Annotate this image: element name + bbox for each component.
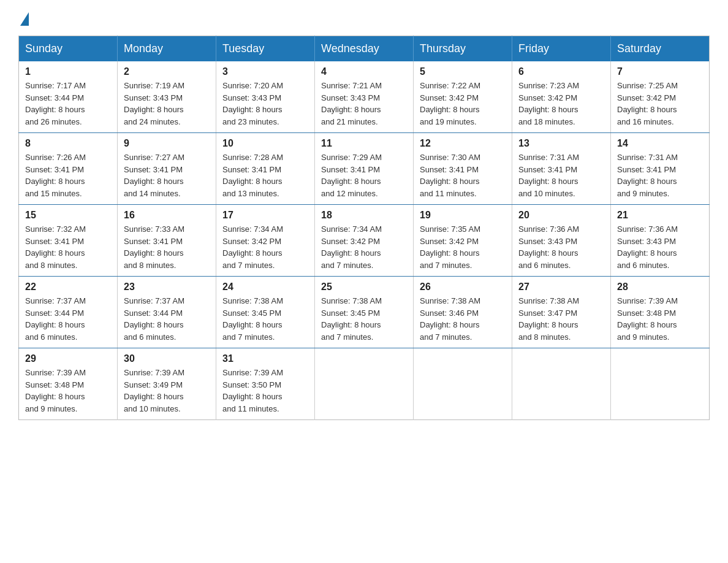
weekday-header-sunday: Sunday — [19, 36, 118, 62]
calendar-cell: 15Sunrise: 7:32 AMSunset: 3:41 PMDayligh… — [19, 205, 118, 277]
day-number: 6 — [518, 66, 604, 77]
day-info: Sunrise: 7:36 AMSunset: 3:43 PMDaylight:… — [518, 223, 604, 271]
day-number: 9 — [124, 138, 210, 149]
calendar-cell — [611, 348, 710, 420]
day-info: Sunrise: 7:39 AMSunset: 3:50 PMDaylight:… — [222, 367, 308, 415]
day-info: Sunrise: 7:21 AMSunset: 3:43 PMDaylight:… — [321, 80, 407, 128]
day-number: 14 — [617, 138, 703, 149]
day-number: 11 — [321, 138, 407, 149]
calendar-cell: 6Sunrise: 7:23 AMSunset: 3:42 PMDaylight… — [512, 61, 611, 133]
calendar-cell: 2Sunrise: 7:19 AMSunset: 3:43 PMDaylight… — [118, 61, 216, 133]
day-info: Sunrise: 7:39 AMSunset: 3:48 PMDaylight:… — [25, 367, 111, 415]
day-info: Sunrise: 7:38 AMSunset: 3:47 PMDaylight:… — [518, 295, 604, 343]
calendar-cell — [315, 348, 414, 420]
day-info: Sunrise: 7:34 AMSunset: 3:42 PMDaylight:… — [222, 223, 308, 271]
calendar-cell: 3Sunrise: 7:20 AMSunset: 3:43 PMDaylight… — [216, 61, 315, 133]
day-number: 4 — [321, 66, 407, 77]
calendar-cell: 30Sunrise: 7:39 AMSunset: 3:49 PMDayligh… — [118, 348, 216, 420]
day-number: 23 — [124, 282, 210, 293]
day-info: Sunrise: 7:23 AMSunset: 3:42 PMDaylight:… — [518, 80, 604, 128]
calendar-cell: 5Sunrise: 7:22 AMSunset: 3:42 PMDaylight… — [414, 61, 512, 133]
day-number: 17 — [222, 210, 308, 221]
day-info: Sunrise: 7:27 AMSunset: 3:41 PMDaylight:… — [124, 151, 210, 199]
day-info: Sunrise: 7:25 AMSunset: 3:42 PMDaylight:… — [617, 80, 703, 128]
calendar-cell: 25Sunrise: 7:38 AMSunset: 3:45 PMDayligh… — [315, 277, 414, 348]
day-number: 31 — [222, 353, 308, 364]
day-number: 26 — [420, 282, 506, 293]
weekday-header-thursday: Thursday — [414, 36, 512, 62]
day-info: Sunrise: 7:38 AMSunset: 3:45 PMDaylight:… — [222, 295, 308, 343]
day-number: 3 — [222, 66, 308, 77]
calendar-cell: 29Sunrise: 7:39 AMSunset: 3:48 PMDayligh… — [19, 348, 118, 420]
weekday-header-friday: Friday — [512, 36, 611, 62]
calendar-cell: 8Sunrise: 7:26 AMSunset: 3:41 PMDaylight… — [19, 133, 118, 205]
day-number: 24 — [222, 282, 308, 293]
calendar-cell: 16Sunrise: 7:33 AMSunset: 3:41 PMDayligh… — [118, 205, 216, 277]
calendar-week-row: 8Sunrise: 7:26 AMSunset: 3:41 PMDaylight… — [19, 133, 710, 205]
day-info: Sunrise: 7:36 AMSunset: 3:43 PMDaylight:… — [617, 223, 703, 271]
day-number: 18 — [321, 210, 407, 221]
calendar-week-row: 29Sunrise: 7:39 AMSunset: 3:48 PMDayligh… — [19, 348, 710, 420]
day-info: Sunrise: 7:19 AMSunset: 3:43 PMDaylight:… — [124, 80, 210, 128]
calendar-week-row: 15Sunrise: 7:32 AMSunset: 3:41 PMDayligh… — [19, 205, 710, 277]
calendar-cell: 27Sunrise: 7:38 AMSunset: 3:47 PMDayligh… — [512, 277, 611, 348]
calendar-cell: 10Sunrise: 7:28 AMSunset: 3:41 PMDayligh… — [216, 133, 315, 205]
calendar-cell: 4Sunrise: 7:21 AMSunset: 3:43 PMDaylight… — [315, 61, 414, 133]
calendar-cell — [512, 348, 611, 420]
calendar-cell: 14Sunrise: 7:31 AMSunset: 3:41 PMDayligh… — [611, 133, 710, 205]
calendar-cell: 20Sunrise: 7:36 AMSunset: 3:43 PMDayligh… — [512, 205, 611, 277]
calendar-week-row: 22Sunrise: 7:37 AMSunset: 3:44 PMDayligh… — [19, 277, 710, 348]
calendar-cell: 9Sunrise: 7:27 AMSunset: 3:41 PMDaylight… — [118, 133, 216, 205]
calendar-cell: 24Sunrise: 7:38 AMSunset: 3:45 PMDayligh… — [216, 277, 315, 348]
day-number: 29 — [25, 353, 111, 364]
day-info: Sunrise: 7:37 AMSunset: 3:44 PMDaylight:… — [25, 295, 111, 343]
day-info: Sunrise: 7:17 AMSunset: 3:44 PMDaylight:… — [25, 80, 111, 128]
day-info: Sunrise: 7:32 AMSunset: 3:41 PMDaylight:… — [25, 223, 111, 271]
weekday-header-row: SundayMondayTuesdayWednesdayThursdayFrid… — [19, 36, 710, 62]
weekday-header-tuesday: Tuesday — [216, 36, 315, 62]
weekday-header-monday: Monday — [118, 36, 216, 62]
page-header — [18, 12, 710, 23]
day-info: Sunrise: 7:31 AMSunset: 3:41 PMDaylight:… — [518, 151, 604, 199]
day-info: Sunrise: 7:26 AMSunset: 3:41 PMDaylight:… — [25, 151, 111, 199]
weekday-header-wednesday: Wednesday — [315, 36, 414, 62]
logo-triangle-icon — [20, 12, 29, 26]
day-info: Sunrise: 7:33 AMSunset: 3:41 PMDaylight:… — [124, 223, 210, 271]
day-number: 28 — [617, 282, 703, 293]
day-number: 20 — [518, 210, 604, 221]
day-number: 8 — [25, 138, 111, 149]
calendar-cell: 21Sunrise: 7:36 AMSunset: 3:43 PMDayligh… — [611, 205, 710, 277]
day-number: 7 — [617, 66, 703, 77]
day-number: 27 — [518, 282, 604, 293]
day-info: Sunrise: 7:22 AMSunset: 3:42 PMDaylight:… — [420, 80, 506, 128]
calendar-cell: 7Sunrise: 7:25 AMSunset: 3:42 PMDaylight… — [611, 61, 710, 133]
logo — [18, 12, 29, 23]
calendar-cell: 13Sunrise: 7:31 AMSunset: 3:41 PMDayligh… — [512, 133, 611, 205]
calendar-cell: 18Sunrise: 7:34 AMSunset: 3:42 PMDayligh… — [315, 205, 414, 277]
day-number: 5 — [420, 66, 506, 77]
day-number: 16 — [124, 210, 210, 221]
day-number: 21 — [617, 210, 703, 221]
day-number: 2 — [124, 66, 210, 77]
day-number: 22 — [25, 282, 111, 293]
day-info: Sunrise: 7:20 AMSunset: 3:43 PMDaylight:… — [222, 80, 308, 128]
calendar-cell: 28Sunrise: 7:39 AMSunset: 3:48 PMDayligh… — [611, 277, 710, 348]
calendar-cell: 11Sunrise: 7:29 AMSunset: 3:41 PMDayligh… — [315, 133, 414, 205]
day-info: Sunrise: 7:30 AMSunset: 3:41 PMDaylight:… — [420, 151, 506, 199]
day-info: Sunrise: 7:31 AMSunset: 3:41 PMDaylight:… — [617, 151, 703, 199]
calendar-cell: 26Sunrise: 7:38 AMSunset: 3:46 PMDayligh… — [414, 277, 512, 348]
weekday-header-saturday: Saturday — [611, 36, 710, 62]
calendar-cell: 23Sunrise: 7:37 AMSunset: 3:44 PMDayligh… — [118, 277, 216, 348]
day-info: Sunrise: 7:29 AMSunset: 3:41 PMDaylight:… — [321, 151, 407, 199]
calendar-cell: 17Sunrise: 7:34 AMSunset: 3:42 PMDayligh… — [216, 205, 315, 277]
day-number: 19 — [420, 210, 506, 221]
day-info: Sunrise: 7:34 AMSunset: 3:42 PMDaylight:… — [321, 223, 407, 271]
calendar-cell: 22Sunrise: 7:37 AMSunset: 3:44 PMDayligh… — [19, 277, 118, 348]
calendar-cell: 19Sunrise: 7:35 AMSunset: 3:42 PMDayligh… — [414, 205, 512, 277]
day-info: Sunrise: 7:39 AMSunset: 3:48 PMDaylight:… — [617, 295, 703, 343]
day-info: Sunrise: 7:38 AMSunset: 3:46 PMDaylight:… — [420, 295, 506, 343]
calendar-cell: 31Sunrise: 7:39 AMSunset: 3:50 PMDayligh… — [216, 348, 315, 420]
day-info: Sunrise: 7:35 AMSunset: 3:42 PMDaylight:… — [420, 223, 506, 271]
day-number: 13 — [518, 138, 604, 149]
calendar-cell — [414, 348, 512, 420]
